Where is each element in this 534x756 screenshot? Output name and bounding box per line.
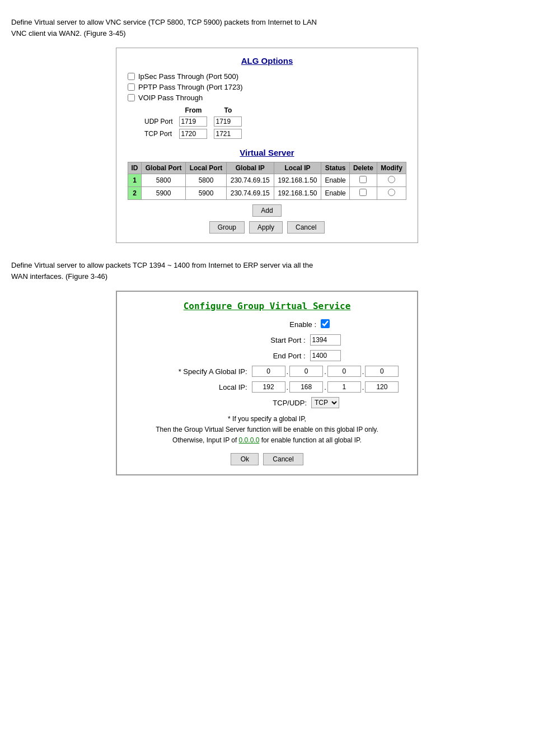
note-line2: Then the Group Virtual Server function w… [156, 426, 378, 433]
enable-value [321, 319, 330, 330]
enable-label: Enable : [204, 320, 316, 329]
local-ip-group: . . . [252, 381, 399, 393]
note-highlight: 0.0.0.0 [239, 436, 260, 444]
ipsec-checkbox[interactable] [128, 73, 135, 80]
end-port-input[interactable] [310, 350, 341, 361]
ipsec-row: IpSec Pass Through (Port 500) [128, 72, 406, 81]
voip-header-from: From [176, 105, 210, 115]
vs-global-port-2: 5900 [142, 187, 186, 200]
tcp-udp-row: TCP/UDP: TCP UDP [130, 397, 404, 408]
vs-col-modify: Modify [377, 162, 406, 174]
global-ip-4[interactable] [365, 366, 399, 377]
alg-options: IpSec Pass Through (Port 500) PPTP Pass … [128, 72, 406, 140]
desc2-line1: Define Virtual server to allow packets T… [11, 261, 313, 269]
vs-modify-1[interactable] [377, 174, 406, 187]
vs-col-status: Status [321, 162, 350, 174]
alg-title: ALG Options [128, 56, 406, 66]
end-port-value [310, 350, 341, 361]
global-ip-2[interactable] [289, 366, 323, 377]
enable-checkbox[interactable] [321, 319, 330, 328]
cgvs-title: Configure Group Virtual Service [130, 301, 404, 311]
end-port-row: End Port : [130, 350, 404, 361]
virtual-server-title: Virtual Server [128, 148, 406, 157]
voip-tcp-from[interactable] [179, 129, 207, 139]
description-1: Define Virtual server to allow VNC servi… [11, 17, 523, 39]
local-ip-2[interactable] [289, 381, 323, 393]
pptp-label: PPTP Pass Through (Port 1723) [138, 83, 243, 91]
voip-header-empty [141, 105, 176, 115]
pptp-checkbox[interactable] [128, 83, 135, 91]
ipsec-label: IpSec Pass Through (Port 500) [138, 72, 238, 81]
global-ip-row: * Specify A Global IP: . . . [130, 366, 404, 377]
vs-col-global-ip: Global IP [226, 162, 274, 174]
vs-col-delete: Delete [349, 162, 377, 174]
apply-button[interactable]: Apply [249, 221, 283, 234]
vs-col-id: ID [128, 162, 142, 174]
voip-udp-from[interactable] [179, 116, 207, 127]
note-text: * If you specify a global IP, Then the G… [130, 414, 404, 446]
vs-row-2: 2 5900 5900 230.74.69.15 192.168.1.50 En… [128, 187, 406, 200]
cgvs-btn-row: Ok Cancel [130, 453, 404, 465]
add-button[interactable]: Add [252, 204, 281, 217]
vs-delete-checkbox-1[interactable] [359, 176, 367, 183]
vs-modify-radio-1[interactable] [388, 176, 395, 183]
desc1-line2: VNC client via WAN2. (Figure 3-45) [11, 29, 126, 38]
voip-udp-label: UDP Port [141, 115, 176, 128]
vs-local-port-2: 5900 [186, 187, 227, 200]
vs-global-ip-2: 230.74.69.15 [226, 187, 274, 200]
vs-row-1: 1 5800 5800 230.74.69.15 192.168.1.50 En… [128, 174, 406, 187]
vs-local-port-1: 5800 [186, 174, 227, 187]
local-ip-3[interactable] [327, 381, 361, 393]
global-ip-label: * Specify A Global IP: [135, 367, 247, 376]
local-ip-label: Local IP: [135, 383, 247, 391]
cancel-button[interactable]: Cancel [287, 221, 325, 234]
local-ip-1[interactable] [252, 381, 285, 393]
vs-global-ip-1: 230.74.69.15 [226, 174, 274, 187]
vs-status-2: Enable [321, 187, 350, 200]
desc2-line2: WAN interfaces. (Figure 3-46) [11, 272, 107, 281]
enable-row: Enable : [130, 319, 404, 330]
vs-modify-2[interactable] [377, 187, 406, 200]
vs-delete-1[interactable] [349, 174, 377, 187]
voip-table: From To UDP Port TCP Port [141, 105, 245, 140]
tcp-udp-value: TCP UDP [311, 397, 339, 408]
tcp-udp-select[interactable]: TCP UDP [311, 397, 339, 408]
vs-modify-radio-2[interactable] [388, 189, 395, 196]
desc1-line1: Define Virtual server to allow VNC servi… [11, 18, 317, 26]
vs-col-local-port: Local Port [186, 162, 227, 174]
vs-col-global-port: Global Port [142, 162, 186, 174]
local-ip-row: Local IP: . . . [130, 381, 404, 393]
vs-delete-checkbox-2[interactable] [359, 189, 367, 196]
voip-udp-to[interactable] [214, 116, 242, 127]
vs-id-2: 2 [128, 187, 142, 200]
note-line1: * If you specify a global IP, [228, 415, 306, 423]
add-btn-row: Add [128, 204, 406, 217]
vs-col-local-ip: Local IP [274, 162, 321, 174]
global-ip-value: . . . [252, 366, 399, 377]
pptp-row: PPTP Pass Through (Port 1723) [128, 83, 406, 91]
global-ip-3[interactable] [327, 366, 361, 377]
global-ip-1[interactable] [252, 366, 285, 377]
ok-button[interactable]: Ok [231, 453, 259, 465]
vs-delete-2[interactable] [349, 187, 377, 200]
end-port-label: End Port : [194, 352, 306, 360]
group-button[interactable]: Group [209, 221, 245, 234]
tcp-udp-label: TCP/UDP: [195, 399, 307, 407]
voip-checkbox[interactable] [128, 94, 135, 101]
voip-header-to: To [210, 105, 245, 115]
voip-tcp-to[interactable] [214, 129, 242, 139]
cgvs-cancel-button[interactable]: Cancel [263, 453, 303, 465]
start-port-label: Start Port : [194, 336, 306, 344]
vs-local-ip-1: 192.168.1.50 [274, 174, 321, 187]
local-ip-value: . . . [252, 381, 399, 393]
local-ip-4[interactable] [365, 381, 399, 393]
note-line3-post: for enable function at all global IP. [259, 436, 362, 444]
vs-table: ID Global Port Local Port Global IP Loca… [128, 162, 406, 200]
vs-status-1: Enable [321, 174, 350, 187]
start-port-value [310, 334, 341, 346]
cgvs-panel: Configure Group Virtual Service Enable :… [116, 291, 418, 475]
description-2: Define Virtual server to allow packets T… [11, 260, 523, 282]
voip-udp-row: UDP Port [141, 115, 245, 128]
start-port-input[interactable] [310, 334, 341, 346]
alg-panel: ALG Options IpSec Pass Through (Port 500… [116, 48, 418, 243]
